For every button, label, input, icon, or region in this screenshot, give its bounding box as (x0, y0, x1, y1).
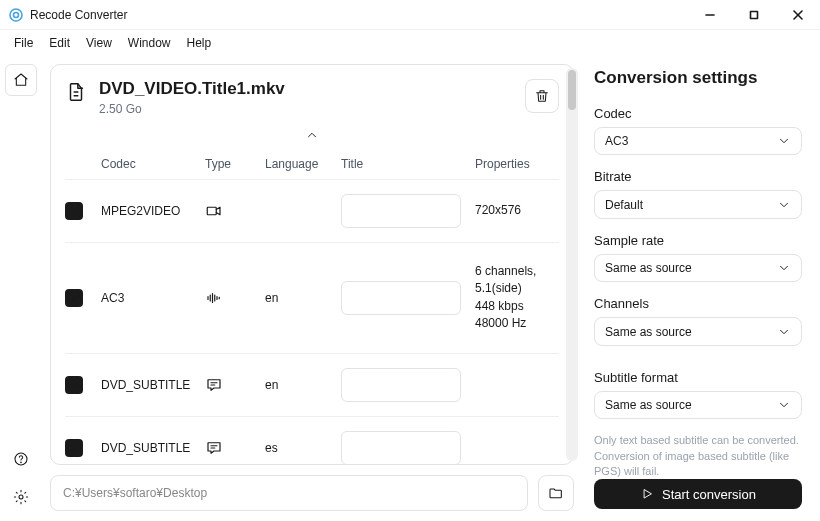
codec-value: AC3 (605, 134, 628, 148)
menu-edit[interactable]: Edit (41, 33, 78, 53)
svg-point-1 (14, 12, 19, 17)
track-title-input[interactable] (341, 368, 461, 402)
output-path-input[interactable] (50, 475, 528, 511)
track-codec: DVD_SUBTITLE (101, 378, 201, 392)
collapse-button[interactable] (305, 128, 319, 145)
samplerate-value: Same as source (605, 261, 692, 275)
video-icon (205, 202, 261, 220)
track-row: MPEG2VIDEO 720x576 (65, 179, 559, 242)
bitrate-value: Default (605, 198, 643, 212)
app-icon (8, 7, 24, 23)
home-button[interactable] (5, 64, 37, 96)
menu-view[interactable]: View (78, 33, 120, 53)
subtitle-icon (205, 376, 261, 394)
start-conversion-button[interactable]: Start conversion (594, 479, 802, 509)
track-codec: AC3 (101, 291, 201, 305)
track-codec: DVD_SUBTITLE (101, 441, 201, 455)
file-icon (65, 81, 87, 103)
chevron-down-icon (777, 398, 791, 412)
samplerate-label: Sample rate (594, 233, 802, 248)
th-properties: Properties (475, 157, 559, 171)
menu-window[interactable]: Window (120, 33, 179, 53)
bitrate-select[interactable]: Default (594, 190, 802, 218)
track-row: DVD_SUBTITLE en (65, 353, 559, 416)
chevron-down-icon (777, 134, 791, 148)
help-button[interactable] (7, 445, 35, 473)
chevron-down-icon (777, 261, 791, 275)
settings-pane: Conversion settings Codec AC3 Bitrate De… (582, 56, 820, 521)
track-checkbox[interactable] (65, 289, 83, 307)
svg-point-7 (21, 462, 22, 463)
chevron-down-icon (777, 325, 791, 339)
th-title: Title (341, 157, 471, 171)
menu-help[interactable]: Help (179, 33, 220, 53)
track-row: AC3 en 6 channels, 5.1(side) 448 kbps 48… (65, 242, 559, 353)
settings-title: Conversion settings (594, 68, 802, 88)
file-card: DVD_VIDEO.Title1.mkv 2.50 Go (50, 64, 574, 465)
audio-icon (205, 289, 261, 307)
delete-file-button[interactable] (525, 79, 559, 113)
channels-value: Same as source (605, 325, 692, 339)
titlebar: Recode Converter (0, 0, 820, 30)
track-title-input[interactable] (341, 431, 461, 464)
window-close-button[interactable] (776, 0, 820, 30)
app-title: Recode Converter (30, 8, 127, 22)
menubar: File Edit View Window Help (0, 30, 820, 56)
track-codec: MPEG2VIDEO (101, 204, 201, 218)
svg-rect-3 (751, 11, 758, 18)
subtitle-format-select[interactable]: Same as source (594, 391, 802, 419)
subtitle-format-label: Subtitle format (594, 370, 802, 385)
settings-button[interactable] (7, 483, 35, 511)
track-checkbox[interactable] (65, 202, 83, 220)
file-size: 2.50 Go (99, 102, 285, 116)
track-checkbox[interactable] (65, 439, 83, 457)
th-type: Type (205, 157, 261, 171)
chevron-down-icon (777, 198, 791, 212)
file-name: DVD_VIDEO.Title1.mkv (99, 79, 285, 99)
track-title-input[interactable] (341, 194, 461, 228)
track-language: en (265, 291, 337, 305)
menu-file[interactable]: File (6, 33, 41, 53)
scrollbar[interactable] (566, 68, 578, 461)
bitrate-label: Bitrate (594, 169, 802, 184)
subtitle-format-value: Same as source (605, 398, 692, 412)
svg-point-8 (19, 495, 23, 499)
channels-select[interactable]: Same as source (594, 317, 802, 345)
browse-folder-button[interactable] (538, 475, 574, 511)
window-minimize-button[interactable] (688, 0, 732, 30)
th-codec: Codec (101, 157, 201, 171)
left-rail (0, 56, 42, 521)
th-language: Language (265, 157, 337, 171)
track-language: en (265, 378, 337, 392)
channels-label: Channels (594, 296, 802, 311)
svg-rect-9 (207, 207, 216, 215)
codec-select[interactable]: AC3 (594, 127, 802, 155)
track-row: DVD_SUBTITLE es (65, 416, 559, 464)
codec-label: Codec (594, 106, 802, 121)
subtitle-hint: Only text based subtitle can be converte… (594, 433, 802, 479)
subtitle-icon (205, 439, 261, 457)
track-language: es (265, 441, 337, 455)
tracks-table: Codec Type Language Title Properties MPE… (65, 149, 559, 464)
samplerate-select[interactable]: Same as source (594, 254, 802, 282)
start-button-label: Start conversion (662, 487, 756, 502)
window-maximize-button[interactable] (732, 0, 776, 30)
track-props: 720x576 (475, 202, 559, 219)
track-props: 6 channels, 5.1(side) 448 kbps 48000 Hz (475, 263, 559, 333)
center-pane: DVD_VIDEO.Title1.mkv 2.50 Go (42, 56, 582, 521)
svg-point-0 (10, 9, 22, 21)
track-checkbox[interactable] (65, 376, 83, 394)
track-title-input[interactable] (341, 281, 461, 315)
